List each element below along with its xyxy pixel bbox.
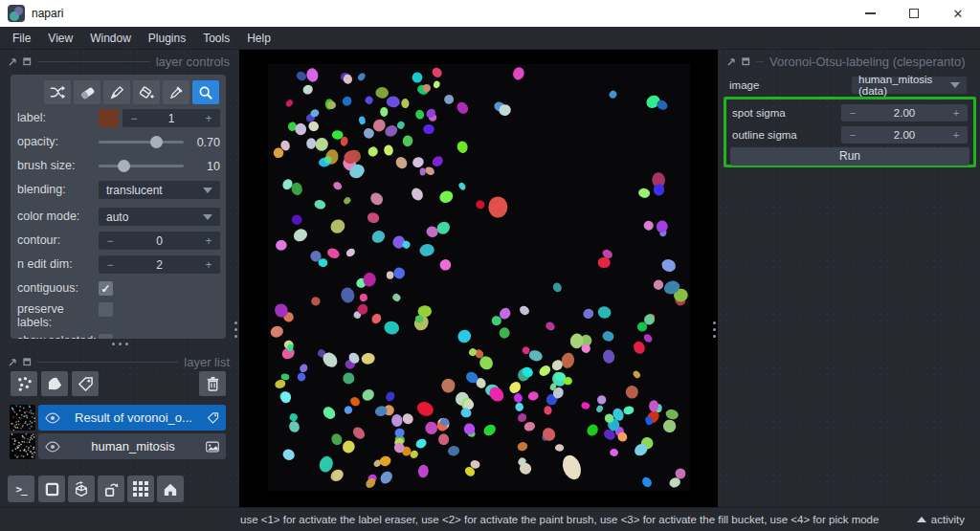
spot-sigma-decrement-button[interactable]: − [841, 107, 864, 119]
panel-resize-handle[interactable] [0, 343, 239, 345]
opacity-row: opacity: 0.70 [17, 133, 220, 151]
menu-help[interactable]: Help [238, 27, 279, 50]
float-panel-icon[interactable] [727, 57, 736, 66]
label-increment-button[interactable]: + [197, 112, 220, 125]
menu-tools[interactable]: Tools [194, 27, 238, 50]
header-divider [37, 61, 150, 62]
contour-increment-button[interactable]: + [197, 234, 220, 248]
hide-panel-icon[interactable] [23, 57, 32, 66]
new-labels-layer-button[interactable] [72, 371, 99, 396]
menu-file[interactable]: File [4, 27, 39, 50]
zoom-pan-button[interactable] [192, 80, 219, 104]
n-edit-dim-stepper: − 2 + [99, 255, 220, 274]
preserve-labels-label: preserve labels: [17, 300, 99, 329]
minimize-button[interactable] [848, 0, 892, 27]
eraser-button[interactable] [74, 80, 100, 104]
blending-label: blending: [17, 181, 99, 196]
points-icon [16, 376, 33, 391]
viewer-canvas[interactable] [239, 50, 718, 507]
roll-dimensions-button[interactable] [68, 476, 95, 502]
float-panel-icon[interactable] [9, 57, 17, 66]
color-mode-row: color mode: auto [17, 208, 220, 226]
hide-panel-icon[interactable] [23, 358, 32, 366]
color-mode-dropdown[interactable]: auto [99, 208, 220, 226]
visibility-eye-icon[interactable] [45, 441, 60, 453]
layer-row-result-of-voronoi[interactable]: Result of voronoi_o... [0, 405, 239, 431]
close-button[interactable]: ✕ [936, 0, 980, 27]
image-select-row: image human_mitosis (data) [729, 76, 967, 94]
preserve-labels-checkbox[interactable] [99, 302, 113, 317]
contour-value[interactable]: 0 [122, 234, 197, 248]
outline-sigma-increment-button[interactable]: + [945, 129, 968, 141]
activity-toggle[interactable]: activity [917, 514, 965, 525]
blending-row: blending: translucent [17, 181, 220, 199]
contour-row: contour: − 0 + [17, 232, 220, 250]
maximize-button[interactable] [892, 0, 936, 27]
label-stepper: − 1 + [122, 109, 220, 127]
dock-splitter-handle[interactable] [234, 321, 237, 338]
header-divider [756, 61, 764, 62]
chevron-down-icon [203, 188, 212, 193]
transpose-icon [103, 481, 120, 498]
slider-handle[interactable] [118, 160, 130, 172]
show-selected-checkbox[interactable] [99, 334, 113, 339]
transpose-dimensions-button[interactable] [98, 476, 124, 502]
n-edit-dim-value[interactable]: 2 [122, 258, 197, 272]
toggle-2d-3d-button[interactable] [38, 476, 65, 502]
run-button[interactable]: Run [730, 147, 969, 166]
label-decrement-button[interactable]: − [122, 112, 145, 125]
dock-splitter-handle[interactable] [713, 321, 716, 338]
delete-layer-button[interactable] [199, 371, 226, 396]
blending-dropdown[interactable]: translucent [99, 181, 220, 199]
color-mode-value: auto [106, 210, 128, 224]
layer-row-human-mitosis[interactable]: human_mitosis [0, 433, 239, 460]
label-color-swatch[interactable] [99, 109, 119, 127]
opacity-slider[interactable] [99, 133, 184, 151]
slider-handle[interactable] [150, 136, 163, 148]
visibility-eye-icon[interactable] [45, 412, 60, 424]
contiguous-checkbox[interactable] [99, 281, 113, 296]
home-reset-view-button[interactable] [157, 476, 184, 502]
label-row: label: − 1 + [17, 109, 220, 127]
spot-sigma-increment-button[interactable]: + [945, 107, 968, 119]
plugin-dock: Voronoi-Otsu-labeling (clesperanto) imag… [718, 50, 980, 507]
n-edit-dim-decrement-button[interactable]: − [99, 258, 122, 272]
labels-toolbar [17, 80, 219, 104]
menu-window[interactable]: Window [81, 27, 140, 50]
new-points-layer-button[interactable] [11, 371, 37, 396]
n-edit-dim-increment-button[interactable]: + [197, 258, 220, 272]
outline-sigma-decrement-button[interactable]: − [841, 129, 864, 141]
left-dock: layer controls [0, 50, 239, 507]
color-picker-button[interactable] [163, 80, 189, 104]
image-label: image [729, 79, 759, 91]
fill-bucket-button[interactable] [133, 80, 160, 104]
shapes-icon [47, 376, 63, 391]
brush-size-value: 10 [191, 160, 220, 173]
brush-size-slider[interactable] [99, 157, 184, 175]
fill-bucket-icon [139, 85, 155, 100]
titlebar: napari ✕ [0, 0, 980, 27]
image-dropdown-value: human_mitosis (data) [858, 74, 950, 97]
paint-brush-icon [110, 85, 124, 100]
image-dropdown[interactable]: human_mitosis (data) [852, 77, 967, 94]
float-panel-icon[interactable] [9, 358, 17, 366]
outline-sigma-value[interactable]: 2.00 [864, 129, 945, 141]
spot-sigma-value[interactable]: 2.00 [864, 107, 945, 119]
status-hint: use <1> for activate the label eraser, u… [240, 514, 879, 525]
label-value[interactable]: 1 [145, 112, 197, 125]
activity-label: activity [931, 514, 965, 525]
hide-panel-icon[interactable] [742, 57, 750, 66]
new-shapes-layer-button[interactable] [41, 371, 68, 396]
grid-view-button[interactable] [127, 476, 154, 502]
menu-view[interactable]: View [39, 27, 81, 50]
contour-decrement-button[interactable]: − [99, 234, 122, 248]
outline-sigma-label: outline sigma [732, 129, 841, 141]
shuffle-colors-button[interactable] [44, 80, 71, 104]
layer-list-title: layer list [184, 355, 230, 369]
console-button[interactable]: >_ [8, 476, 34, 502]
napari-window: napari ✕ File View Window Plugins Tools … [0, 0, 980, 531]
paint-brush-button[interactable] [103, 80, 130, 104]
outline-sigma-row: outline sigma − 2.00 + [726, 123, 973, 145]
menu-plugins[interactable]: Plugins [140, 27, 194, 50]
layer-thumbnail [10, 405, 35, 431]
